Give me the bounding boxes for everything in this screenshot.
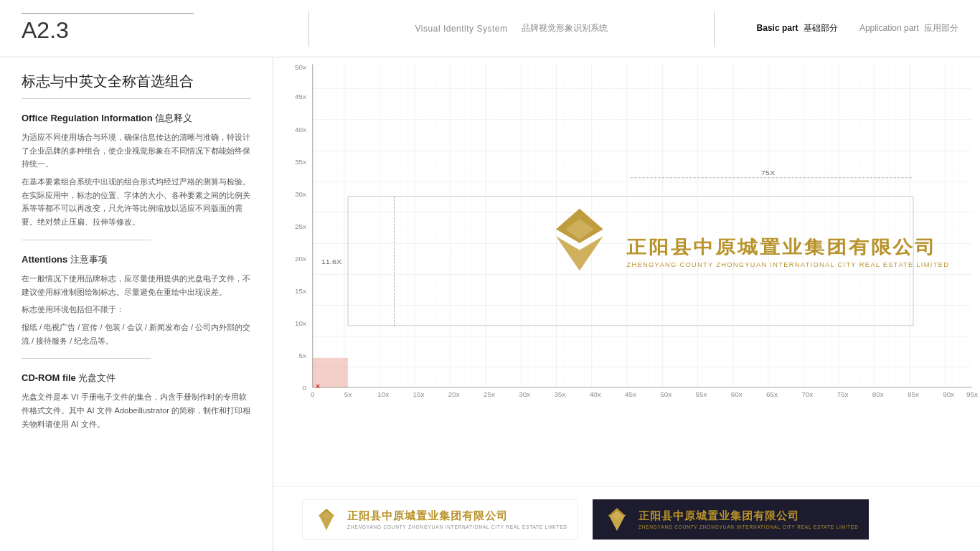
cdrom-para-1: 光盘文件是本 VI 手册电子文件的集合，内含手册制作时的专用软件格式文件。其中 … (22, 390, 251, 430)
attentions-para-2: 标志使用环境包括但不限于： (22, 303, 251, 316)
section-cdrom-title: CD-ROM file 光盘文件 (22, 372, 251, 385)
logo-dark-text: 正阳县中原城置业集团有限公司 ZHENGYANG COUNTY ZHONGYUA… (639, 509, 859, 529)
main-content: 标志与中英文全称首选组合 Office Regulation Informati… (0, 57, 980, 551)
svg-text:0: 0 (311, 392, 314, 398)
header-center: Visual Identity System 品牌视觉形象识别系统 (308, 11, 715, 47)
svg-text:20x: 20x (448, 392, 460, 398)
sidebar-divider-1 (22, 240, 151, 240)
logo-white-text: 正阳县中原城置业集团有限公司 ZHENGYANG COUNTY ZHONGYUA… (347, 509, 567, 529)
svg-text:50x: 50x (295, 65, 306, 71)
header-top-divider (22, 13, 194, 14)
section-id: A2.3 (22, 18, 294, 43)
svg-text:75X: 75X (761, 169, 776, 176)
svg-text:25x: 25x (484, 392, 495, 398)
section-cdrom: CD-ROM file 光盘文件 光盘文件是本 VI 手册电子文件的集合，内含手… (22, 372, 251, 430)
svg-text:80x: 80x (872, 392, 884, 398)
svg-text:20x: 20x (295, 255, 306, 262)
svg-text:5x: 5x (299, 352, 307, 359)
sidebar-divider-2 (22, 358, 151, 359)
svg-text:ZHENGYANG COUNTY ZHONGYUAN INT: ZHENGYANG COUNTY ZHONGYUAN INTERNATIONAL… (627, 262, 950, 268)
page-header: A2.3 Visual Identity System 品牌视觉形象识别系统 B… (0, 0, 980, 57)
svg-text:5x: 5x (344, 392, 352, 398)
svg-text:35x: 35x (555, 392, 566, 398)
svg-text:30x: 30x (295, 191, 306, 197)
header-left: A2.3 (22, 13, 294, 43)
logo-dark-bg: 正阳县中原城置业集团有限公司 ZHENGYANG COUNTY ZHONGYUA… (593, 499, 869, 540)
svg-text:65x: 65x (766, 392, 778, 398)
svg-text:30x: 30x (519, 392, 530, 398)
attentions-para-1: 在一般情况下使用品牌标志，应尽量使用提供的光盘电子文件，不建议使用标准制图绘制标… (22, 272, 251, 298)
svg-text:x: x (316, 382, 320, 390)
nav-application[interactable]: Application part 应用部分 (859, 22, 958, 34)
svg-text:60x: 60x (731, 392, 743, 398)
content-area: 0 5x 10x 15x 20x 25x 30x 35x 40x 45x 50x… (273, 57, 980, 551)
cn-label: 品牌视觉形象识别系统 (522, 22, 608, 34)
vi-label: Visual Identity System (415, 24, 508, 34)
logo-dark-en: ZHENGYANG COUNTY ZHONGYUAN INTERNATIONAL… (639, 524, 859, 529)
svg-text:85x: 85x (908, 392, 919, 398)
chart-area: 0 5x 10x 15x 20x 25x 30x 35x 40x 45x 50x… (273, 57, 980, 486)
svg-text:正阳县中原城置业集团有限公司: 正阳县中原城置业集团有限公司 (627, 237, 938, 258)
sidebar: 标志与中英文全称首选组合 Office Regulation Informati… (0, 57, 273, 551)
svg-text:0: 0 (302, 385, 306, 391)
nav-basic[interactable]: Basic part 基础部分 (757, 22, 838, 34)
svg-text:90x: 90x (943, 392, 954, 398)
svg-text:55x: 55x (696, 392, 707, 398)
logo-dark-cn: 正阳县中原城置业集团有限公司 (639, 509, 859, 523)
logos-area: 正阳县中原城置业集团有限公司 ZHENGYANG COUNTY ZHONGYUA… (273, 486, 980, 551)
svg-text:10x: 10x (295, 320, 306, 326)
svg-text:35x: 35x (295, 159, 306, 165)
svg-text:95x: 95x (966, 392, 978, 398)
sidebar-title: 标志与中英文全称首选组合 (22, 72, 251, 99)
svg-rect-1 (313, 65, 972, 387)
logo-icon-white (313, 506, 340, 533)
svg-text:15x: 15x (413, 392, 425, 398)
svg-text:70x: 70x (801, 392, 813, 398)
office-para-2: 在基本要素组合系统中出现的组合形式均经过严格的测算与检验。在实际应用中，标志的位… (22, 175, 251, 229)
section-attentions: Attentions 注意事项 在一般情况下使用品牌标志，应尽量使用提供的光盘电… (22, 253, 251, 347)
svg-text:40x: 40x (590, 392, 601, 398)
svg-text:25x: 25x (295, 223, 306, 230)
svg-text:40x: 40x (295, 126, 306, 133)
svg-text:75x: 75x (837, 392, 849, 398)
logo-white-cn: 正阳县中原城置业集团有限公司 (347, 509, 567, 523)
svg-text:15x: 15x (295, 288, 306, 294)
logo-white-bg: 正阳县中原城置业集团有限公司 ZHENGYANG COUNTY ZHONGYUA… (302, 499, 578, 540)
svg-text:45x: 45x (295, 94, 306, 100)
section-attentions-title: Attentions 注意事项 (22, 253, 251, 266)
logo-icon-dark (603, 505, 631, 534)
attentions-para-3: 报纸 / 电视广告 / 宣传 / 包装 / 会议 / 新闻发布会 / 公司内外部… (22, 321, 251, 347)
svg-text:50x: 50x (660, 392, 672, 398)
header-nav: Basic part 基础部分 Application part 应用部分 (729, 22, 958, 34)
office-para-1: 为适应不同使用场合与环境，确保信息传达的清晰与准确，特设计了企业品牌的多种组合，… (22, 131, 251, 171)
svg-text:45x: 45x (625, 392, 636, 398)
svg-text:10x: 10x (377, 392, 389, 398)
section-office-title: Office Regulation Information 信息释义 (22, 112, 251, 125)
logo-white-en: ZHENGYANG COUNTY ZHONGYUAN INTERNATIONAL… (347, 524, 567, 529)
svg-text:11.6X: 11.6X (321, 258, 342, 265)
section-office: Office Regulation Information 信息释义 为适应不同… (22, 112, 251, 229)
chart-svg: 0 5x 10x 15x 20x 25x 30x 35x 40x 45x 50x… (273, 57, 980, 422)
